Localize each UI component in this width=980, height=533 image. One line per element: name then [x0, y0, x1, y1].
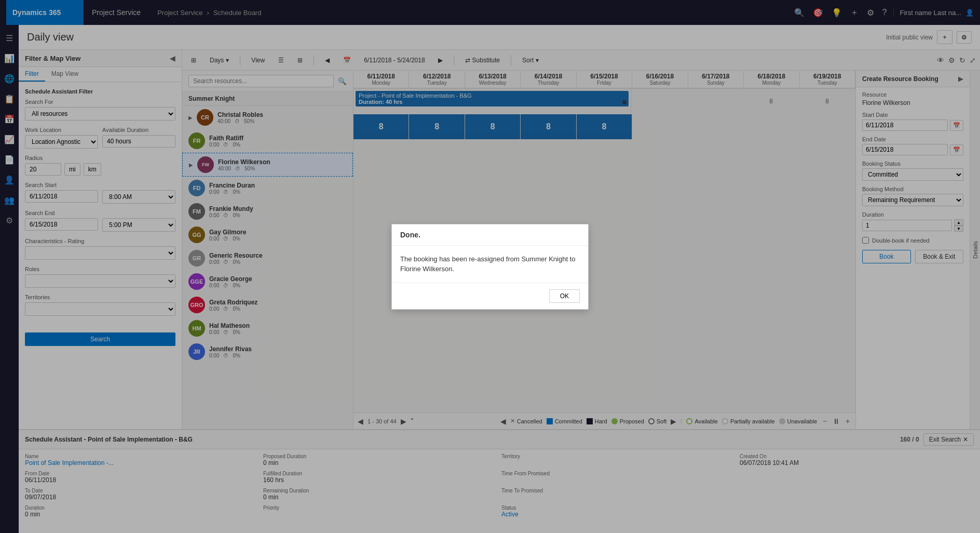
- modal-header: Done.: [392, 224, 588, 246]
- modal-footer: OK: [392, 283, 588, 309]
- modal-body: The booking has been re-assigned from Su…: [392, 246, 588, 283]
- modal-box: Done. The booking has been re-assigned f…: [391, 224, 589, 310]
- modal-overlay: Done. The booking has been re-assigned f…: [0, 0, 980, 533]
- modal-ok-button[interactable]: OK: [549, 289, 580, 303]
